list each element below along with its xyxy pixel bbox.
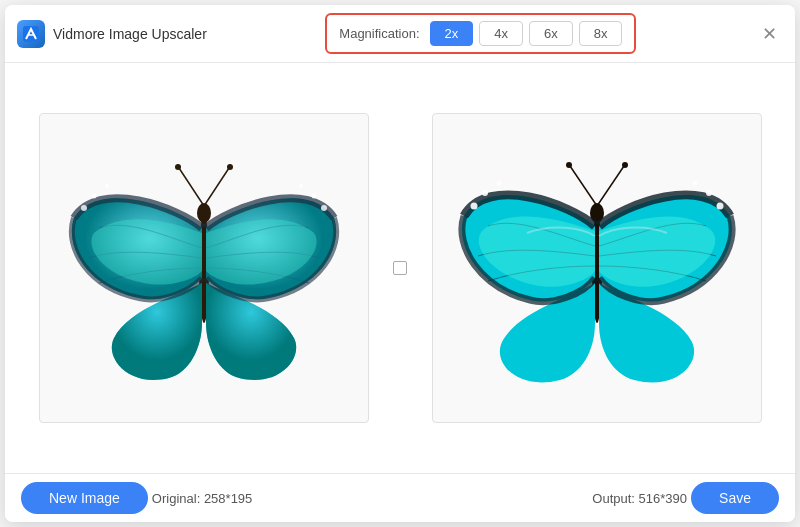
new-image-button[interactable]: New Image [21,482,148,514]
svg-point-16 [566,162,572,168]
svg-line-5 [204,168,229,206]
title-bar-left: Vidmore Image Upscaler [17,20,207,48]
svg-line-17 [597,166,624,206]
title-bar: Vidmore Image Upscaler Magnification: 2x… [5,5,795,63]
app-icon [17,20,45,48]
svg-point-7 [81,205,87,211]
app-title: Vidmore Image Upscaler [53,26,207,42]
image-area [5,63,795,473]
output-butterfly-image [452,128,742,408]
save-button[interactable]: Save [691,482,779,514]
bottom-bar: New Image Original: 258*195 Output: 516*… [5,473,795,522]
svg-point-9 [105,184,109,188]
svg-point-24 [692,181,697,186]
svg-point-18 [622,162,628,168]
original-image-container [39,113,369,423]
divider-area [382,261,418,275]
original-image-panel [25,79,382,457]
original-butterfly-image [59,128,349,408]
mag-btn-4x[interactable]: 4x [479,21,523,46]
magnification-label: Magnification: [339,26,419,41]
original-info: Original: 258*195 [152,491,252,506]
svg-point-6 [227,164,233,170]
svg-point-23 [706,190,712,196]
svg-point-20 [482,190,488,196]
svg-point-19 [470,203,477,210]
mag-btn-6x[interactable]: 6x [529,21,573,46]
compare-checkbox[interactable] [393,261,407,275]
close-button[interactable]: ✕ [755,20,783,48]
app-window: Vidmore Image Upscaler Magnification: 2x… [5,5,795,522]
svg-point-4 [175,164,181,170]
mag-btn-2x[interactable]: 2x [430,21,474,46]
output-image-container [432,113,762,423]
mag-btn-8x[interactable]: 8x [579,21,623,46]
svg-point-8 [91,194,96,199]
svg-point-22 [716,203,723,210]
svg-line-15 [570,166,597,206]
svg-point-21 [496,181,501,186]
svg-line-3 [179,168,204,206]
magnification-bar: Magnification: 2x 4x 6x 8x [325,13,636,54]
svg-point-10 [321,205,327,211]
svg-point-11 [311,194,316,199]
output-info: Output: 516*390 [592,491,687,506]
svg-point-12 [299,184,303,188]
output-image-panel [418,79,775,457]
